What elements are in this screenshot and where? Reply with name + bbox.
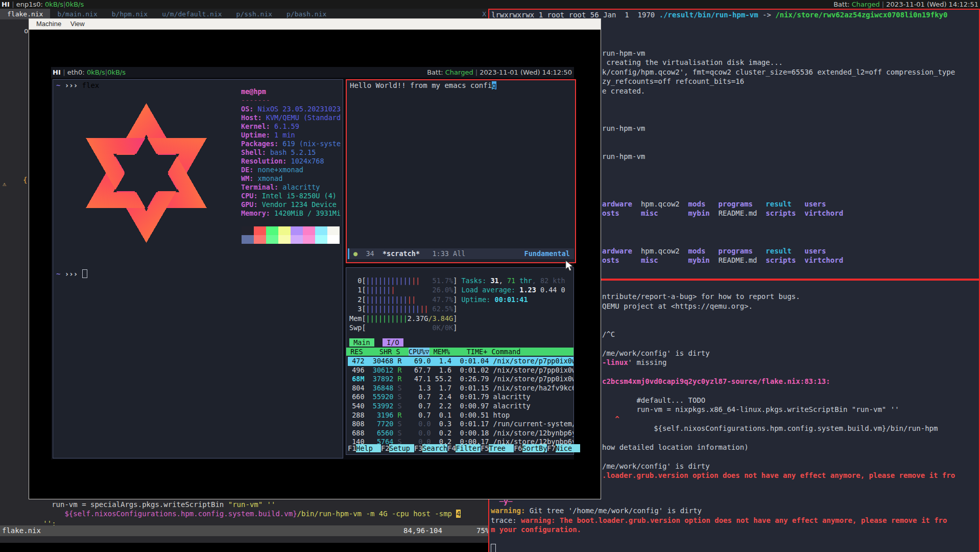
desktop: HI | enp1s0: 0kB/s|0kB/s Batt: Charged |… [0,0,980,552]
line [602,171,955,180]
terminal-output-upper: ntribute/report-a-bug> for how to report… [602,283,955,480]
line: m your configuration. [491,525,947,534]
line: Kernel: 6.1.59 [241,122,341,131]
line: 2[|||||||||||| 47.7%] Uptime: 00:01:41 [349,295,565,304]
line: Packages: 619 (nix-syste [241,140,341,148]
line: ~ ››› flex [56,81,99,89]
line [491,544,947,552]
terminal-output: run-hpm-vm creating the virtualisation d… [602,49,955,265]
color-swatch [315,235,327,244]
line: how detailed location information) [602,443,955,452]
qemu-window[interactable]: Machine View HI | eth0: 0kB/s|0kB/s Batt… [29,18,601,499]
network-status: HI | enp1s0: 0kB/s|0kB/s [2,0,84,9]
line: creating the virtualisation disk image..… [602,58,955,67]
tab-p-ssh-nix[interactable]: p/ssh.nix [229,9,279,19]
line [602,133,955,143]
emacs-buffer-status: ● 34 *scratch* 1:33 All [353,248,465,259]
line: /me/work/config' is dirty [602,349,955,358]
color-swatch [242,226,254,235]
menu-item-view[interactable]: View [70,20,85,28]
line: osts misc mybin README.md scripts virtch… [602,209,955,218]
line: Batt: Charged | 2023-11-01 (Wed) 14:12:5… [427,67,572,78]
line [602,320,955,330]
tab-bar: flake.nixb/main.nixb/hpm.nixu/m/default.… [0,9,489,19]
line: c2bcsm4xmj0vd0capi9q2yc0yzl87-source/fla… [602,377,955,386]
line: trace: warning: The boot.loader.grub.ver… [491,516,947,525]
emacs-pane[interactable]: Hello World!! from my emacs config ● 34 … [346,79,576,263]
tab-b-hpm-nix[interactable]: b/hpm.nix [105,9,155,19]
color-swatch [266,235,278,244]
line: run-vm = nixpkgs.x86_64-linux.pkgs.write… [602,405,955,414]
line: ^ [602,415,955,424]
line: 1[||||||| 26.0%] Load average: 1.23 0.44… [349,285,565,294]
menu-item-machine[interactable]: Machine [36,20,61,28]
tab-p-bash-nix[interactable]: p/bash.nix [279,9,333,19]
battery-clock: Batt: Charged | 2023-11-01 (Wed) 14:12:5… [833,0,978,9]
line: -linux' missing [602,358,955,367]
line [602,283,955,292]
line [602,227,955,237]
vm-network-status: HI | eth0: 0kB/s|0kB/s [53,67,126,78]
line: run-hpm-vm [602,152,955,161]
line: Host: KVM/QEMU (Standard [241,113,341,122]
color-swatch [291,226,303,235]
vm-status-bar: HI | eth0: 0kB/s|0kB/s Batt: Charged | 2… [51,67,574,78]
neofetch-info: me@hpm-------OS: NixOS 23.05.20231023Hos… [241,87,341,218]
line: ntribute/report-a-bug> for how to report… [602,292,955,301]
line: k/config/hpm.qcow2', fmt=qcow2 cluster_s… [602,67,955,77]
line: HI | enp1s0: 0kB/s|0kB/s [2,0,84,9]
line: 496 30612 R 67.7 1.6 0:01.02 /nix/store/… [348,366,573,375]
line [602,190,955,199]
vm-terminal-pane[interactable]: ~ ››› flex me@hpm-------OS: NixOS 2 [53,79,343,458]
line: 3[||||||||||||||| 62.5%] [349,304,565,313]
close-icon[interactable]: X [482,9,486,19]
line: run-hpm-vm [602,49,955,58]
line [602,218,955,227]
line: Shell: bash 5.2.15 [241,148,341,157]
emacs-cursor: g [492,81,496,89]
line: .loader.grub.version option does not hav… [602,471,955,480]
line: osts misc mybin README.md scripts virtch… [602,256,955,265]
vim-code[interactable]: run-vm = specialArgs.pkgs.writeScriptBin… [0,500,461,528]
line: Resolution: 1024x768 [241,157,341,166]
vm-screen[interactable]: HI | eth0: 0kB/s|0kB/s Batt: Charged | 2… [51,67,574,459]
htop-tabs[interactable]: Main I/O [349,338,403,347]
vim-cursor-position: 84,96-104 [403,525,442,536]
line: CPU: Intel i5-8250U (4) [241,192,341,200]
line [602,162,955,171]
tab-flake-nix[interactable]: flake.nix [0,9,50,19]
line: ${self.nixosConfigurations.hpm.config.sy… [0,509,461,518]
htop-process-rows[interactable]: 472 30468 R 69.0 1.4 0:01.04 /nix/store/… [348,357,573,447]
host-status-bar: HI | enp1s0: 0kB/s|0kB/s Batt: Charged |… [0,0,980,9]
htop-fkey-bar[interactable]: F1Help F2Setup F3SearchF4FilterF5Tree F6… [348,444,580,452]
line: RES SHR S CPU%▽ MEM% TIME+ Command [346,348,573,356]
line: run-hpm-vm [602,124,955,133]
line: /^C [602,330,955,339]
htop-header[interactable]: RES SHR S CPU%▽ MEM% TIME+ Command [346,348,573,356]
line: QEMU project at <https://qemu.org>. [602,302,955,311]
htop-pane[interactable]: 0[||||||||||||| 51.7%] Tasks: 31, 71 thr… [346,267,574,455]
line: HI | eth0: 0kB/s|0kB/s [53,67,126,78]
warning-sign-icon: ⚠ [3,180,6,188]
line: Batt: Charged | 2023-11-01 (Wed) 14:12:5… [833,0,978,9]
line: Main I/O [349,338,403,347]
line: Terminal: alacritty [241,183,341,192]
line: 660 55920 S 0.7 2.4 0:01.79 alacritty [348,393,573,402]
palette-row [242,235,340,244]
line [602,367,955,377]
tab-b-main-nix[interactable]: b/main.nix [50,9,104,19]
line [602,311,955,320]
color-swatch [242,235,254,244]
htop-meters: 0[||||||||||||| 51.7%] Tasks: 31, 71 thr… [349,276,565,332]
line: ~ ››› [56,269,87,278]
tab-u-m-default-nix[interactable]: u/m/default.nix [155,9,229,19]
mouse-cursor-icon [565,260,574,273]
line [602,114,955,124]
shell-prompt-cursor: ~ ››› [56,269,87,278]
terminal-output-lower: ─y─warning: Git tree '/home/me/work/conf… [491,497,947,552]
line: Uptime: 1 min [241,131,341,140]
qemu-menubar: Machine View [29,19,601,30]
line [602,237,955,246]
line [602,143,955,152]
line: GPU: Vendor 1234 Device [241,200,341,209]
